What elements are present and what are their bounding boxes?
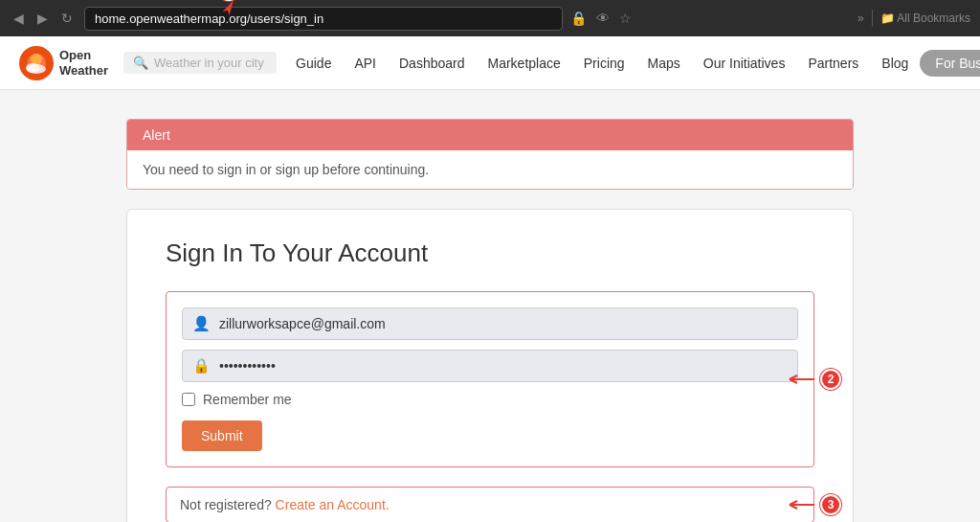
user-icon: 👤 xyxy=(192,315,208,332)
alert-box: Alert You need to sign in or sign up bef… xyxy=(126,119,854,190)
annotation-1: 1 xyxy=(218,0,239,1)
alert-body: You need to sign in or sign up before co… xyxy=(127,150,853,189)
annotation-2-arrow xyxy=(788,372,816,387)
annotation-2: 2 xyxy=(820,369,841,390)
search-bar[interactable]: 🔍 Weather in your city xyxy=(123,52,277,74)
browser-controls: ◀ ▶ ↻ xyxy=(10,9,77,28)
logo-text: Open Weather xyxy=(59,48,108,78)
signin-form-section: 👤 🔒 Remember me Submit xyxy=(166,291,814,467)
nav-links: Guide API Dashboard Marketplace Pricing … xyxy=(284,36,920,90)
divider xyxy=(872,10,873,27)
not-registered-text: Not registered? xyxy=(180,497,272,512)
logo[interactable]: Open Weather xyxy=(19,46,108,80)
signin-card: Sign In To Your Account 👤 🔒 Remember me xyxy=(126,209,854,522)
nav-marketplace[interactable]: Marketplace xyxy=(477,36,572,90)
nav-dashboard[interactable]: Dashboard xyxy=(388,36,477,90)
register-section: Not registered? Create an Account. 3 xyxy=(166,487,814,522)
expand-icon: » xyxy=(858,11,864,25)
signin-title: Sign In To Your Account xyxy=(166,238,814,268)
navbar: Open Weather 🔍 Weather in your city Guid… xyxy=(0,36,980,90)
register-box: Not registered? Create an Account. xyxy=(166,487,814,522)
remember-row: Remember me xyxy=(182,392,798,407)
address-bar-wrapper: 1 xyxy=(84,7,563,31)
search-icon: 🔍 xyxy=(133,56,148,70)
email-input-group: 👤 xyxy=(182,307,798,340)
nav-guide[interactable]: Guide xyxy=(284,36,343,90)
refresh-button[interactable]: ↻ xyxy=(57,9,77,28)
remember-checkbox[interactable] xyxy=(182,393,195,406)
create-account-link[interactable]: Create an Account. xyxy=(276,497,390,512)
main-content: Alert You need to sign in or sign up bef… xyxy=(107,90,873,522)
nav-partners[interactable]: Partners xyxy=(796,36,870,90)
nav-pricing[interactable]: Pricing xyxy=(572,36,636,90)
lock-icon: 🔒 xyxy=(192,357,208,374)
secure-icon: 🔒 xyxy=(570,11,587,26)
eye-icon: 👁 xyxy=(596,11,610,26)
signin-form: 👤 🔒 Remember me Submit xyxy=(166,291,814,467)
for-business-button[interactable]: For Business xyxy=(920,50,980,77)
nav-maps[interactable]: Maps xyxy=(636,36,692,90)
submit-button[interactable]: Submit xyxy=(182,420,262,451)
back-button[interactable]: ◀ xyxy=(10,9,28,28)
browser-chrome: ◀ ▶ ↻ 1 🔒 👁 ☆ » 📁 All Bookmarks xyxy=(0,0,980,36)
email-field[interactable] xyxy=(215,308,788,339)
address-bar[interactable] xyxy=(84,7,563,31)
nav-our-initiatives[interactable]: Our Initiatives xyxy=(692,36,797,90)
nav-blog[interactable]: Blog xyxy=(870,36,920,90)
svg-point-4 xyxy=(26,63,39,73)
remember-label[interactable]: Remember me xyxy=(203,392,292,407)
password-input-group: 🔒 xyxy=(182,350,798,382)
alert-header: Alert xyxy=(127,120,853,150)
annotation-3-arrow xyxy=(788,497,816,512)
nav-api[interactable]: API xyxy=(343,36,388,90)
logo-icon xyxy=(19,46,54,80)
password-field[interactable] xyxy=(215,351,788,381)
search-placeholder: Weather in your city xyxy=(154,56,264,70)
annotation-3: 3 xyxy=(820,494,841,515)
all-bookmarks-label: 📁 All Bookmarks xyxy=(880,11,970,25)
forward-button[interactable]: ▶ xyxy=(33,9,52,28)
browser-right-icons: 🔒 👁 ☆ xyxy=(570,11,632,26)
star-icon: ☆ xyxy=(619,11,632,26)
